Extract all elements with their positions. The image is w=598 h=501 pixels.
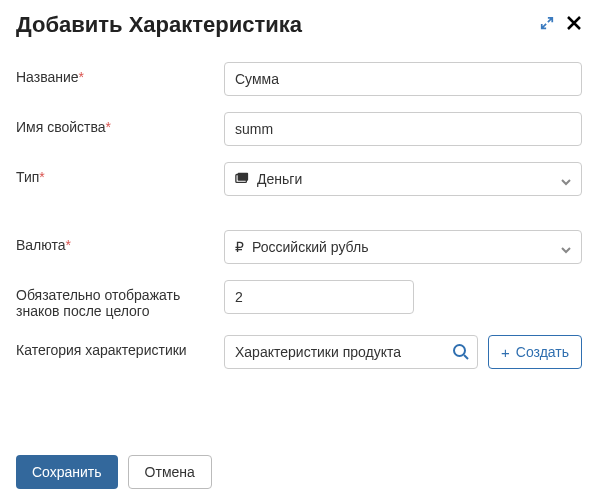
plus-icon: + xyxy=(501,345,510,360)
ruble-icon: ₽ xyxy=(235,239,244,255)
label-currency: Валюта* xyxy=(16,230,224,253)
type-select[interactable]: Деньги xyxy=(224,162,582,196)
dialog-title: Добавить Характеристика xyxy=(16,12,302,38)
label-type: Тип* xyxy=(16,162,224,185)
chevron-down-icon xyxy=(561,242,571,252)
category-input[interactable] xyxy=(224,335,478,369)
property-input[interactable] xyxy=(224,112,582,146)
svg-rect-1 xyxy=(238,172,249,180)
svg-point-2 xyxy=(454,345,465,356)
save-button[interactable]: Сохранить xyxy=(16,455,118,489)
close-icon[interactable] xyxy=(566,15,582,35)
create-button[interactable]: + Создать xyxy=(488,335,582,369)
create-button-label: Создать xyxy=(516,344,569,360)
currency-value: Российский рубль xyxy=(252,239,368,255)
expand-icon[interactable] xyxy=(540,16,554,34)
label-decimals: Обязательно отображать знаков после цело… xyxy=(16,280,224,319)
decimals-input[interactable] xyxy=(224,280,414,314)
search-icon[interactable] xyxy=(452,343,470,361)
label-property: Имя свойства* xyxy=(16,112,224,135)
currency-select[interactable]: ₽ Российский рубль xyxy=(224,230,582,264)
label-category: Категория характеристики xyxy=(16,335,224,358)
money-icon xyxy=(235,171,249,188)
label-name: Название* xyxy=(16,62,224,85)
chevron-down-icon xyxy=(561,174,571,184)
type-value: Деньги xyxy=(257,171,302,187)
cancel-button[interactable]: Отмена xyxy=(128,455,212,489)
name-input[interactable] xyxy=(224,62,582,96)
